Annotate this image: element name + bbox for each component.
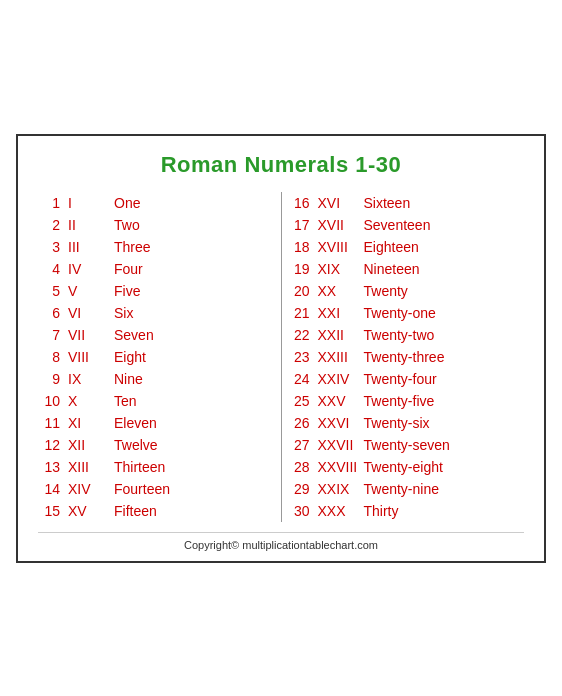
roman-numeral: XIV: [64, 481, 114, 497]
roman-numeral: XX: [314, 283, 364, 299]
number: 19: [288, 261, 314, 277]
roman-numeral: III: [64, 239, 114, 255]
number: 28: [288, 459, 314, 475]
word-label: Twenty-five: [364, 393, 454, 409]
roman-numeral: XXIII: [314, 349, 364, 365]
word-label: Seven: [114, 327, 204, 343]
roman-numeral: V: [64, 283, 114, 299]
roman-numeral: XV: [64, 503, 114, 519]
copyright: Copyright© multiplicationtablechart.com: [38, 532, 524, 551]
word-label: Twenty-eight: [364, 459, 454, 475]
number: 15: [38, 503, 64, 519]
page-title: Roman Numerals 1-30: [38, 152, 524, 178]
roman-numeral: XXVIII: [314, 459, 364, 475]
word-label: Twenty-one: [364, 305, 454, 321]
table-row: 2IITwo: [38, 214, 275, 236]
number: 8: [38, 349, 64, 365]
table-row: 18XVIIIEighteen: [288, 236, 525, 258]
number: 29: [288, 481, 314, 497]
table-row: 25XXVTwenty-five: [288, 390, 525, 412]
roman-numeral: XXI: [314, 305, 364, 321]
number: 2: [38, 217, 64, 233]
word-label: Thirteen: [114, 459, 204, 475]
word-label: Fourteen: [114, 481, 204, 497]
word-label: Nine: [114, 371, 204, 387]
table-row: 22XXIITwenty-two: [288, 324, 525, 346]
word-label: Twelve: [114, 437, 204, 453]
table-row: 27XXVIITwenty-seven: [288, 434, 525, 456]
word-label: Twenty-four: [364, 371, 454, 387]
right-column: 16XVISixteen17XVIISeventeen18XVIIIEighte…: [288, 192, 525, 522]
word-label: Twenty-three: [364, 349, 454, 365]
roman-numeral: XI: [64, 415, 114, 431]
word-label: Six: [114, 305, 204, 321]
roman-numeral: X: [64, 393, 114, 409]
number: 5: [38, 283, 64, 299]
table-row: 1IOne: [38, 192, 275, 214]
roman-numeral: I: [64, 195, 114, 211]
table-row: 20XXTwenty: [288, 280, 525, 302]
roman-numeral: IX: [64, 371, 114, 387]
number: 23: [288, 349, 314, 365]
table-row: 30XXXThirty: [288, 500, 525, 522]
word-label: Ten: [114, 393, 204, 409]
table-row: 4IVFour: [38, 258, 275, 280]
roman-numeral: XXVII: [314, 437, 364, 453]
number: 3: [38, 239, 64, 255]
roman-numeral: XII: [64, 437, 114, 453]
table-row: 17XVIISeventeen: [288, 214, 525, 236]
roman-numeral: IV: [64, 261, 114, 277]
table-row: 8VIIIEight: [38, 346, 275, 368]
roman-numeral: XIII: [64, 459, 114, 475]
word-label: Fifteen: [114, 503, 204, 519]
roman-numeral: II: [64, 217, 114, 233]
roman-numeral: XVIII: [314, 239, 364, 255]
table-row: 21XXITwenty-one: [288, 302, 525, 324]
number: 16: [288, 195, 314, 211]
word-label: Three: [114, 239, 204, 255]
roman-numeral: XXVI: [314, 415, 364, 431]
number: 22: [288, 327, 314, 343]
table-row: 24XXIVTwenty-four: [288, 368, 525, 390]
number: 18: [288, 239, 314, 255]
word-label: Five: [114, 283, 204, 299]
table-row: 13XIIIThirteen: [38, 456, 275, 478]
word-label: Twenty-two: [364, 327, 454, 343]
table-row: 6VISix: [38, 302, 275, 324]
number: 21: [288, 305, 314, 321]
word-label: Twenty-six: [364, 415, 454, 431]
left-column: 1IOne2IITwo3IIIThree4IVFour5VFive6VISix7…: [38, 192, 275, 522]
word-label: Seventeen: [364, 217, 454, 233]
number: 17: [288, 217, 314, 233]
roman-numeral: XXIV: [314, 371, 364, 387]
table-row: 5VFive: [38, 280, 275, 302]
number: 25: [288, 393, 314, 409]
card: Roman Numerals 1-30 1IOne2IITwo3IIIThree…: [16, 134, 546, 563]
word-label: Twenty-seven: [364, 437, 454, 453]
word-label: Twenty: [364, 283, 454, 299]
table-row: 14XIVFourteen: [38, 478, 275, 500]
roman-numeral: XXIX: [314, 481, 364, 497]
number: 10: [38, 393, 64, 409]
number: 12: [38, 437, 64, 453]
number: 9: [38, 371, 64, 387]
word-label: Two: [114, 217, 204, 233]
number: 7: [38, 327, 64, 343]
roman-numeral: XXII: [314, 327, 364, 343]
roman-numeral: VIII: [64, 349, 114, 365]
table-row: 19XIXNineteen: [288, 258, 525, 280]
roman-numeral: XVII: [314, 217, 364, 233]
table-row: 28XXVIIITwenty-eight: [288, 456, 525, 478]
word-label: One: [114, 195, 204, 211]
number: 26: [288, 415, 314, 431]
column-divider: [281, 192, 282, 522]
word-label: Sixteen: [364, 195, 454, 211]
roman-numeral: XXV: [314, 393, 364, 409]
roman-numeral: XVI: [314, 195, 364, 211]
table-row: 23XXIIITwenty-three: [288, 346, 525, 368]
table-row: 12XIITwelve: [38, 434, 275, 456]
number: 14: [38, 481, 64, 497]
word-label: Eleven: [114, 415, 204, 431]
number: 11: [38, 415, 64, 431]
table-row: 16XVISixteen: [288, 192, 525, 214]
